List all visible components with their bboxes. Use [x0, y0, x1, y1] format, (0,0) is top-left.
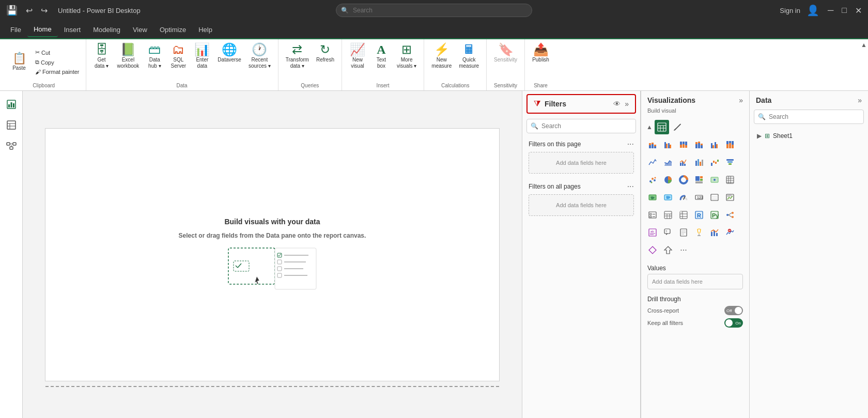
sign-in-label[interactable]: Sign in — [780, 7, 800, 14]
paste-button[interactable]: 📋 Paste — [6, 51, 32, 73]
recent-sources-button[interactable]: 🕐 Recentsources ▾ — [245, 41, 274, 71]
viz-slicer[interactable] — [645, 208, 660, 222]
viz-arrows[interactable] — [661, 243, 675, 257]
svg-rect-150 — [716, 233, 718, 236]
paste-icon: 📋 — [12, 53, 26, 64]
viz-scatter[interactable] — [645, 173, 660, 187]
menu-item-optimize[interactable]: Optimize — [153, 23, 192, 37]
svg-rect-59 — [715, 142, 716, 148]
minimize-button[interactable]: ─ — [826, 6, 835, 16]
viz-map[interactable] — [707, 173, 722, 187]
viz-azure-map[interactable] — [661, 190, 675, 205]
keep-filters-toggle[interactable] — [724, 318, 743, 328]
sidebar-icon-table[interactable] — [2, 116, 21, 134]
title-search-input[interactable] — [336, 4, 532, 17]
menu-item-insert[interactable]: Insert — [58, 23, 87, 37]
viz-diamond[interactable] — [645, 243, 660, 257]
save-button[interactable]: 💾 — [4, 5, 20, 16]
viz-paginated[interactable] — [676, 225, 691, 240]
viz-funnel[interactable] — [723, 155, 737, 169]
undo-button[interactable]: ↩ — [24, 6, 35, 16]
menu-item-view[interactable]: View — [127, 23, 153, 37]
close-button[interactable]: ✕ — [853, 6, 864, 16]
viz-treemap[interactable] — [692, 173, 706, 187]
viz-decomp-tree[interactable] — [723, 208, 737, 222]
viz-qa[interactable]: ? — [661, 225, 675, 240]
enter-data-button[interactable]: 📊 Enterdata — [191, 41, 213, 71]
viz-donut[interactable] — [676, 173, 691, 187]
viz-area[interactable] — [661, 155, 675, 169]
filters-all-pages-more[interactable]: ··· — [627, 182, 634, 191]
menu-item-modeling[interactable]: Modeling — [87, 23, 127, 37]
dataverse-button[interactable]: 🌐 Dataverse — [214, 41, 244, 65]
viz-python-visual[interactable]: Py — [707, 208, 722, 222]
refresh-button[interactable]: ↻ Refresh — [313, 41, 337, 65]
viz-r-visual[interactable]: R — [692, 208, 706, 222]
viz-line[interactable] — [645, 155, 660, 169]
data-search-input[interactable] — [754, 110, 864, 124]
ribbon-collapse-button[interactable]: ▲ — [861, 41, 867, 49]
viz-gauge[interactable] — [676, 190, 691, 205]
copy-button[interactable]: ⧉ Copy — [33, 58, 82, 67]
viz-anomaly[interactable] — [723, 225, 737, 240]
publish-button[interactable]: 📤 Publish — [529, 41, 552, 65]
maximize-button[interactable]: □ — [840, 6, 849, 16]
sensitivity-button[interactable]: 🔖 Sensitivity — [491, 41, 520, 65]
menu-item-file[interactable]: File — [4, 23, 27, 37]
viz-kpi[interactable]: KPI — [723, 190, 737, 205]
viz-waterfall[interactable] — [707, 155, 722, 169]
text-box-button[interactable]: A Textbox — [370, 41, 393, 71]
new-measure-button[interactable]: ⚡ Newmeasure — [428, 41, 455, 71]
sql-server-button[interactable]: 🗂 SQLServer — [167, 41, 190, 71]
viz-type-row-6: ab ? — [643, 224, 747, 241]
filters-expand-icon[interactable]: » — [625, 100, 629, 108]
viz-more-btn[interactable]: ··· — [676, 243, 691, 257]
viz-line-column[interactable] — [707, 225, 722, 240]
viz-multi-row-card[interactable] — [707, 190, 722, 205]
redo-button[interactable]: ↪ — [39, 6, 50, 16]
data-tree-item-sheet1[interactable]: ▶ ⊞ Sheet1 — [756, 130, 862, 142]
sidebar-icon-model[interactable] — [2, 136, 21, 155]
viz-table-grid[interactable] — [661, 208, 675, 222]
excel-workbook-button[interactable]: 📗 Excelworkbook — [114, 41, 143, 71]
viz-trophy[interactable] — [692, 225, 706, 240]
viz-matrix2[interactable] — [676, 208, 691, 222]
menu-item-help[interactable]: Help — [192, 23, 219, 37]
viz-clustered-column[interactable] — [707, 137, 722, 152]
data-hub-button[interactable]: 🗃 Datahub ▾ — [143, 41, 166, 71]
cut-button[interactable]: ✂ Cut — [33, 48, 82, 57]
viz-clustered-bar[interactable] — [661, 137, 675, 152]
viz-card[interactable]: 123 — [692, 190, 706, 205]
viz-type-row-7: ··· — [643, 242, 747, 258]
viz-stacked-column[interactable] — [692, 137, 706, 152]
get-data-button[interactable]: 🗄 Getdata ▾ — [90, 41, 113, 71]
menu-item-home[interactable]: Home — [27, 22, 58, 37]
viz-smart-narrative[interactable]: ab — [645, 225, 660, 240]
filters-header[interactable]: ⧩ Filters 👁 » — [526, 94, 636, 114]
filters-eye-icon[interactable]: 👁 — [613, 100, 621, 108]
viz-panel-expand-icon[interactable]: » — [739, 96, 743, 104]
viz-matrix[interactable] — [723, 173, 737, 187]
more-visuals-button[interactable]: ⊞ Morevisuals ▾ — [394, 41, 420, 71]
viz-100-stacked-bar[interactable] — [676, 137, 691, 152]
viz-type-pen[interactable] — [670, 120, 685, 134]
viz-pie[interactable] — [661, 173, 675, 187]
viz-ribbon[interactable] — [692, 155, 706, 169]
viz-collapse-up[interactable]: ▲ — [645, 122, 654, 132]
viz-100-stacked-column[interactable] — [723, 137, 737, 152]
user-avatar[interactable]: 👤 — [807, 4, 819, 17]
viz-filled-map[interactable] — [645, 190, 660, 205]
svg-rect-37 — [652, 144, 654, 148]
filters-search-input[interactable] — [526, 119, 636, 133]
viz-line-clustered[interactable] — [676, 155, 691, 169]
cross-report-toggle[interactable] — [724, 306, 743, 315]
data-panel-expand-icon[interactable]: » — [858, 96, 862, 104]
filters-this-page-more[interactable]: ··· — [627, 140, 634, 149]
format-painter-button[interactable]: 🖌 Format painter — [33, 68, 82, 76]
new-visual-button[interactable]: 📈 Newvisual — [346, 41, 369, 71]
sidebar-icon-report[interactable] — [2, 95, 21, 114]
viz-stacked-bar[interactable] — [645, 137, 660, 152]
quick-measure-button[interactable]: 🖩 Quickmeasure — [456, 41, 482, 71]
transform-data-button[interactable]: ⇄ Transformdata ▾ — [283, 41, 312, 71]
viz-type-table[interactable] — [655, 120, 669, 134]
